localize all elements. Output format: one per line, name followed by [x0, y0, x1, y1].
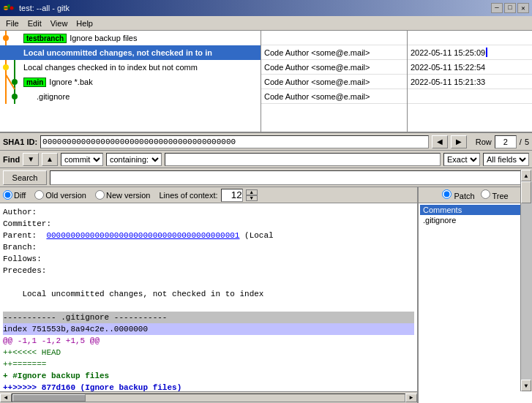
diff-hunk-line: @@ -1,1 -1,2 +1,5 @@: [3, 335, 414, 347]
context-label: Lines of context:: [159, 191, 217, 200]
commit-row-2[interactable]: Local changes checked in to index but no…: [0, 60, 261, 75]
row-total: 5: [525, 138, 529, 146]
menu-view[interactable]: View: [46, 18, 72, 29]
diff-radio[interactable]: Diff: [3, 190, 26, 200]
diff-parent-link[interactable]: 0000000000000000000000000000000000000001: [46, 231, 239, 240]
row-current[interactable]: [495, 135, 517, 148]
patch-radio-label[interactable]: Patch: [442, 189, 474, 200]
file-panel-header: Patch Tree: [419, 187, 532, 203]
commit-row-3[interactable]: main Ignore *.bak: [0, 75, 261, 89]
tree-radio[interactable]: [481, 189, 490, 199]
v-scrollbar[interactable]: ▲ ▼: [520, 187, 532, 391]
diff-panel: Diff Old version New version Lines of co…: [0, 187, 419, 403]
tree-label: Tree: [492, 192, 508, 200]
commit-msg-1: Local uncommitted changes, not checked i…: [23, 48, 212, 57]
row-label: Row: [476, 138, 492, 146]
diff-equals-line: ++=======: [3, 358, 414, 370]
diff-precedes-line: Precedes:: [3, 265, 414, 276]
diff-head-line: ++<<<<< HEAD: [3, 347, 414, 358]
date-panel: 2022-05-11 15:25:09 2022-05-11 15:22:54 …: [408, 31, 532, 132]
date-cursor: [486, 48, 487, 57]
v-scroll-down[interactable]: ▼: [521, 380, 531, 391]
h-scroll-thumb[interactable]: [12, 394, 86, 402]
commit-graph[interactable]: testbranch Ignore backup files Local unc…: [0, 31, 261, 132]
h-scrollbar[interactable]: ◄ ►: [0, 391, 417, 403]
diff-branch-line: Branch:: [3, 241, 414, 253]
diff-content[interactable]: Author: Committer: Parent: 0000000000000…: [0, 203, 417, 403]
search-result-input[interactable]: [50, 170, 529, 185]
menu-edit[interactable]: Edit: [23, 18, 46, 29]
spin-up[interactable]: ▲: [246, 189, 258, 195]
date-row-2: 2022-05-11 15:22:54: [408, 60, 532, 75]
commit-msg-4: .gitignore: [37, 92, 70, 101]
sha1-label: SHA1 ID:: [3, 138, 37, 146]
branch-label-main: main: [23, 78, 46, 87]
find-down-button[interactable]: ▼: [23, 153, 39, 166]
search-button[interactable]: Search: [3, 170, 47, 185]
commit-row-0[interactable]: testbranch Ignore backup files: [0, 31, 261, 45]
file-item-1[interactable]: .gitignore: [420, 215, 531, 225]
context-input[interactable]: [221, 189, 243, 202]
find-filter-select[interactable]: containing:: [106, 153, 162, 166]
old-version-label: Old version: [45, 191, 86, 200]
author-row-4: Code Author <some@e.mail>: [261, 89, 407, 104]
close-button[interactable]: ✕: [517, 3, 529, 13]
window-title: test: --all - gitk: [19, 4, 70, 12]
find-text-input[interactable]: [165, 153, 441, 166]
date-row-0: [408, 31, 532, 45]
diff-scrollable[interactable]: Author: Committer: Parent: 0000000000000…: [0, 203, 417, 403]
find-up-button[interactable]: ▲: [42, 153, 58, 166]
main-content: testbranch Ignore backup files Local unc…: [0, 31, 532, 403]
old-version-radio-input[interactable]: [34, 190, 44, 200]
h-scroll-track[interactable]: [12, 393, 405, 402]
find-type-select[interactable]: commit: [61, 153, 103, 166]
date-row-4: [408, 89, 532, 104]
maximize-button[interactable]: □: [504, 3, 516, 13]
svg-point-3: [10, 7, 14, 10]
menu-file[interactable]: File: [1, 18, 23, 29]
patch-label: Patch: [454, 192, 474, 200]
commit-msg-2: Local changes checked in to index but no…: [23, 63, 198, 72]
find-bar: Find ▼ ▲ commit containing: Exact All fi…: [0, 151, 532, 168]
commit-row-4[interactable]: .gitignore: [0, 89, 261, 104]
diff-index-line: index 751553b,8a94c2e..0000000: [3, 323, 414, 335]
file-list[interactable]: Comments .gitignore: [419, 203, 532, 403]
fields-select[interactable]: All fields: [483, 153, 529, 166]
diff-radio-input[interactable]: [3, 190, 12, 200]
branch-label-testbranch: testbranch: [23, 34, 67, 43]
diff-message-line: Local uncommitted changes, not checked i…: [3, 288, 414, 300]
minimize-button[interactable]: ─: [491, 3, 503, 13]
top-section: testbranch Ignore backup files Local unc…: [0, 31, 532, 133]
h-scroll-right[interactable]: ►: [405, 393, 417, 402]
new-version-radio-input[interactable]: [95, 190, 105, 200]
diff-separator: ----------- .gitignore -----------: [3, 312, 414, 323]
commit-row-1[interactable]: Local uncommitted changes, not checked i…: [0, 45, 261, 60]
old-version-radio[interactable]: Old version: [34, 190, 86, 200]
file-panel: Patch Tree Comments .gitignore ▲ ▼: [419, 187, 532, 403]
patch-radio[interactable]: [442, 189, 452, 199]
tree-radio-label[interactable]: Tree: [481, 189, 509, 200]
prev-button[interactable]: ◀: [432, 135, 448, 148]
diff-follows-line: Follows:: [3, 253, 414, 265]
next-button[interactable]: ▶: [451, 135, 467, 148]
author-row-1: Code Author <some@e.mail>: [261, 45, 407, 60]
diff-controls: Diff Old version New version Lines of co…: [0, 187, 417, 203]
context-spinner[interactable]: ▲ ▼: [246, 189, 258, 201]
exact-select[interactable]: Exact: [443, 153, 480, 166]
v-scroll-thumb[interactable]: [521, 187, 531, 203]
menu-help[interactable]: Help: [72, 18, 97, 29]
new-version-radio[interactable]: New version: [95, 190, 151, 200]
app-icon: [3, 2, 15, 14]
sha-bar: SHA1 ID: ◀ ▶ Row / 5: [0, 133, 532, 151]
diff-author-line: Author:: [3, 206, 414, 218]
file-item-0[interactable]: Comments: [420, 205, 531, 215]
svg-point-2: [7, 4, 10, 7]
spin-down[interactable]: ▼: [246, 195, 258, 201]
sha1-input[interactable]: [40, 135, 429, 148]
diff-label: Diff: [14, 191, 26, 200]
bottom-section: Diff Old version New version Lines of co…: [0, 187, 532, 403]
v-scroll-track[interactable]: [521, 187, 532, 380]
diff-ignore-line: + #Ignore backup files: [3, 370, 414, 382]
h-scroll-left[interactable]: ◄: [0, 393, 12, 402]
menu-bar: File Edit View Help: [0, 16, 532, 31]
